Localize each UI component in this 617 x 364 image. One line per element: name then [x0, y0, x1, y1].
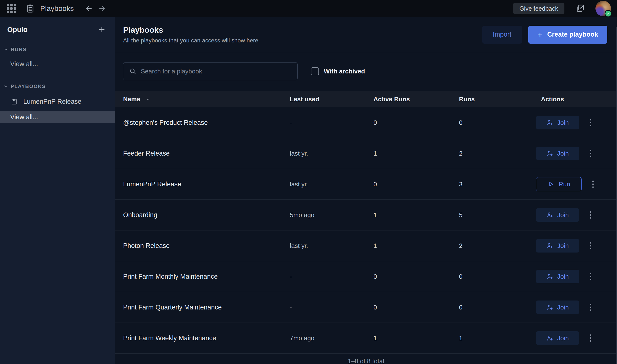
person-plus-icon — [546, 150, 553, 157]
app-title: Playbooks — [40, 4, 74, 13]
import-button[interactable]: Import — [482, 26, 522, 44]
chevron-down-icon — [3, 84, 8, 89]
with-archived-toggle[interactable]: With archived — [311, 67, 365, 75]
person-plus-icon — [546, 242, 553, 249]
section-label: RUNS — [11, 47, 27, 52]
page-header: Playbooks All the playbooks that you can… — [115, 17, 617, 52]
table-row: Print Farm Monthly Maintenance - 0 0 Joi… — [115, 261, 617, 292]
column-header-active-runs[interactable]: Active Runs — [373, 95, 459, 103]
tasks-check-icon[interactable] — [576, 4, 585, 13]
create-playbook-label: Create playbook — [547, 31, 598, 38]
with-archived-checkbox[interactable] — [311, 67, 319, 75]
join-button[interactable]: Join — [536, 147, 579, 160]
table-header: Name Last used Active Runs Runs Actions — [115, 91, 617, 107]
join-button[interactable]: Join — [536, 116, 579, 130]
table-row: Print Farm Quarterly Maintenance - 0 0 J… — [115, 292, 617, 323]
kebab-menu-icon[interactable] — [588, 241, 593, 251]
kebab-menu-icon[interactable] — [591, 179, 595, 189]
back-arrow-icon[interactable] — [85, 5, 92, 12]
search-box[interactable] — [123, 62, 298, 80]
join-button[interactable]: Join — [536, 300, 579, 314]
clipboard-checklist-icon — [26, 4, 35, 13]
chevron-down-icon — [3, 47, 8, 52]
join-button[interactable]: Join — [536, 208, 579, 222]
column-header-runs[interactable]: Runs — [459, 95, 536, 103]
search-input[interactable] — [141, 68, 293, 75]
search-icon — [129, 68, 136, 75]
table-row: Print Farm Weekly Maintenance 7mo ago 1 … — [115, 323, 617, 354]
person-plus-icon — [546, 212, 553, 218]
sidebar-item-lumenpnp-release[interactable]: LumenPnP Release — [0, 95, 115, 108]
kebab-menu-icon[interactable] — [588, 148, 593, 158]
table-row: Onboarding 5mo ago 1 5 Join — [115, 200, 617, 231]
play-icon — [547, 181, 554, 188]
join-button[interactable]: Join — [536, 270, 579, 283]
pagination-summary: 1–8 of 8 total — [115, 357, 617, 364]
toolbar: With archived — [115, 62, 617, 80]
notebook-icon — [11, 98, 17, 105]
person-plus-icon — [546, 335, 553, 341]
playbooks-table: Name Last used Active Runs Runs Actions … — [115, 91, 617, 364]
table-row: Photon Release last yr. 1 2 Join — [115, 231, 617, 261]
table-row: @stephen's Product Release - 0 0 Join — [115, 107, 617, 138]
kebab-menu-icon[interactable] — [588, 272, 593, 282]
sidebar-item-view-all-playbooks[interactable]: View all... — [0, 111, 115, 123]
with-archived-label: With archived — [324, 68, 365, 75]
run-button[interactable]: Run — [536, 177, 582, 191]
table-row: Feeder Release last yr. 1 2 Join — [115, 138, 617, 169]
kebab-menu-icon[interactable] — [588, 302, 593, 312]
sidebar-item-view-all-runs[interactable]: View all... — [0, 58, 115, 70]
page-subtitle: All the playbooks that you can access wi… — [123, 37, 482, 44]
sidebar-section-playbooks[interactable]: PLAYBOOKS — [0, 83, 115, 90]
give-feedback-button[interactable]: Give feedback — [513, 3, 565, 14]
join-button[interactable]: Join — [536, 331, 579, 345]
column-header-actions: Actions — [536, 95, 617, 103]
page-title: Playbooks — [123, 26, 482, 35]
app-window: Playbooks Give feedback — [0, 0, 617, 364]
column-header-last-used[interactable]: Last used — [290, 95, 373, 103]
join-button[interactable]: Join — [536, 239, 579, 253]
plus-icon: + — [538, 30, 542, 39]
main-content: Playbooks All the playbooks that you can… — [115, 17, 617, 364]
table-row: LumenPnP Release last yr. 0 3 Run — [115, 169, 617, 200]
org-name: Opulo — [7, 26, 98, 34]
create-playbook-button[interactable]: + Create playbook — [528, 26, 607, 44]
vertical-scrollbar[interactable] — [616, 27, 617, 364]
person-plus-icon — [546, 273, 553, 280]
plus-icon[interactable] — [98, 26, 106, 34]
sort-asc-caret-icon — [146, 97, 151, 102]
kebab-menu-icon[interactable] — [588, 210, 593, 220]
section-label: PLAYBOOKS — [11, 83, 46, 89]
user-avatar[interactable] — [595, 1, 611, 16]
kebab-menu-icon[interactable] — [588, 333, 593, 343]
sidebar: Opulo RUNS View all... — [0, 17, 115, 364]
person-plus-icon — [546, 119, 553, 126]
apps-grid-icon[interactable] — [7, 4, 16, 13]
sidebar-section-runs[interactable]: RUNS — [0, 46, 115, 53]
forward-arrow-icon[interactable] — [98, 5, 106, 12]
kebab-menu-icon[interactable] — [588, 117, 593, 128]
online-check-badge — [605, 10, 612, 17]
person-plus-icon — [546, 304, 553, 311]
topbar: Playbooks Give feedback — [0, 0, 617, 17]
column-header-name[interactable]: Name — [123, 95, 290, 103]
